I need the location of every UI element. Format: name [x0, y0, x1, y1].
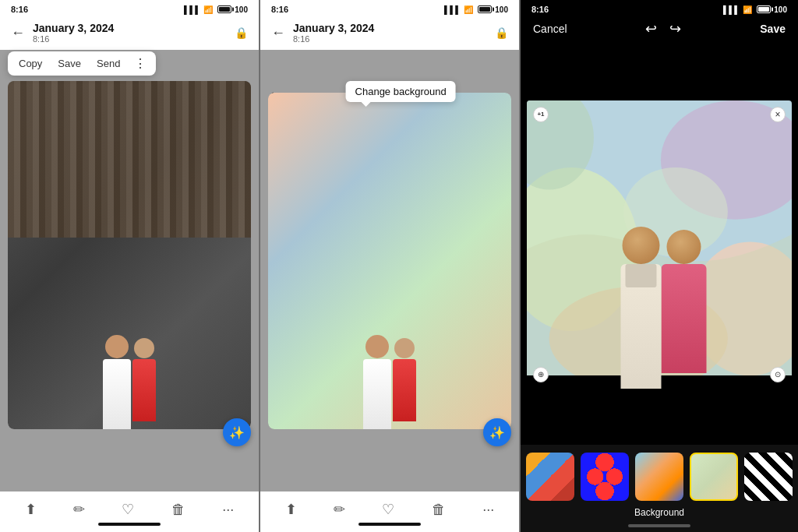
- cancel-button[interactable]: Cancel: [533, 23, 567, 35]
- back-arrow-1[interactable]: ←: [11, 25, 25, 41]
- bg-thumb-pattern[interactable]: [581, 453, 629, 501]
- redo-button[interactable]: ↪: [669, 20, 681, 37]
- undo-button[interactable]: ↩: [645, 20, 657, 37]
- heart-icon-2[interactable]: ♡: [382, 501, 394, 518]
- save-button[interactable]: Save: [760, 23, 786, 35]
- signal-icon-1: ▌▌▌: [184, 5, 200, 14]
- status-icons-1: ▌▌▌ 📶 100: [184, 5, 248, 14]
- colorful-bg-2: [268, 93, 511, 429]
- signal-icon-2: ▌▌▌: [444, 5, 461, 14]
- editor-wifi-icon: 📶: [743, 5, 752, 14]
- edit-icon-1[interactable]: ✏: [73, 501, 85, 518]
- photo-message-1: [8, 81, 251, 429]
- save-button-1[interactable]: Save: [53, 55, 86, 72]
- trash-icon-1[interactable]: 🗑: [171, 502, 185, 518]
- header-subtitle-2: 8:16: [293, 34, 487, 44]
- wifi-icon-2: 📶: [464, 5, 473, 14]
- heart-icon-1[interactable]: ♡: [122, 501, 134, 518]
- photo-message-2: [268, 93, 511, 429]
- move-icon: ⊕: [538, 370, 544, 379]
- background-selector: Background: [521, 445, 798, 532]
- handle-top-right[interactable]: ×: [770, 107, 786, 122]
- home-indicator-1: [98, 523, 161, 526]
- handle-bottom-left[interactable]: ⊕: [533, 367, 549, 382]
- header-title-1: January 3, 2024: [33, 22, 227, 34]
- message-area-1: Copy Save Send ⋮: [0, 50, 259, 491]
- edit-icon-2[interactable]: ✏: [334, 501, 345, 518]
- status-bar-1: 8:16 ▌▌▌ 📶 100: [0, 0, 259, 16]
- share-icon-2[interactable]: ⬆: [285, 501, 297, 518]
- send-button-1[interactable]: Send: [92, 55, 125, 72]
- bg-thumb-abstract[interactable]: [690, 453, 738, 501]
- editor-panel: 8:16 ▌▌▌ 📶 100 Cancel ↩ ↪ Save: [521, 0, 798, 532]
- close-icon: ×: [775, 109, 780, 120]
- header-info-1: January 3, 2024 8:16: [33, 22, 227, 44]
- canvas-frame: +1 × ⊕ ⊙: [527, 100, 792, 389]
- back-arrow-2[interactable]: ←: [271, 25, 285, 41]
- header-title-2: January 3, 2024: [293, 22, 487, 34]
- share-icon-1[interactable]: ⬆: [25, 501, 37, 518]
- editor-canvas: +1 × ⊕ ⊙: [521, 44, 798, 445]
- battery-icon-2: [478, 5, 492, 13]
- bg-thumbnails-row: [528, 453, 790, 501]
- undo-redo-group: ↩ ↪: [645, 20, 681, 37]
- editor-toolbar: Cancel ↩ ↪ Save: [521, 16, 798, 44]
- photo-bg-1: [8, 81, 251, 238]
- panel-1: 8:16 ▌▌▌ 📶 100 ← January 3, 2024 8:16 🔒 …: [0, 0, 260, 532]
- editor-status-bar: 8:16 ▌▌▌ 📶 100: [521, 0, 798, 16]
- app-header-2: ← January 3, 2024 8:16 🔒: [260, 16, 519, 50]
- bottom-actions-1: ⬆ ✏ ♡ 🗑 ···: [0, 498, 259, 523]
- context-menu-1: Copy Save Send ⋮: [8, 51, 156, 76]
- app-header-1: ← January 3, 2024 8:16 🔒: [0, 16, 259, 50]
- battery-label-1: 100: [235, 5, 248, 14]
- plus-badge: +1: [537, 111, 544, 118]
- status-time-2: 8:16: [271, 5, 288, 14]
- wifi-icon-1: 📶: [203, 5, 213, 14]
- message-area-2: Change background ←: [260, 50, 519, 491]
- editor-status-icons: ▌▌▌ 📶 100: [723, 5, 787, 14]
- more-icon-1[interactable]: ···: [222, 502, 234, 518]
- header-info-2: January 3, 2024 8:16: [293, 22, 487, 44]
- battery-icon-1: [217, 5, 231, 13]
- panel-2: 8:16 ▌▌▌ 📶 100 ← January 3, 2024 8:16 🔒 …: [260, 0, 520, 532]
- bg-thumb-landscape[interactable]: [635, 453, 683, 501]
- more-icon-2[interactable]: ···: [482, 502, 494, 518]
- editor-home-indicator: [628, 524, 690, 527]
- magic-edit-button-2[interactable]: ✨: [483, 418, 511, 446]
- bottom-actions-2: ⬆ ✏ ♡ 🗑 ···: [260, 498, 519, 523]
- photo-placeholder-1: [8, 81, 251, 429]
- lock-icon-1: 🔒: [235, 26, 248, 39]
- lock-icon-2: 🔒: [495, 26, 508, 39]
- header-subtitle-1: 8:16: [33, 34, 227, 44]
- editor-status-time: 8:16: [531, 5, 549, 14]
- editor-battery-label: 100: [774, 5, 787, 14]
- status-bar-2: 8:16 ▌▌▌ 📶 100: [260, 0, 519, 16]
- trash-icon-2[interactable]: 🗑: [432, 502, 446, 518]
- magic-edit-button-1[interactable]: ✨: [223, 418, 251, 446]
- bg-thumb-stripes[interactable]: [744, 453, 793, 501]
- editor-signal-icon: ▌▌▌: [723, 5, 740, 14]
- background-label: Background: [528, 507, 790, 521]
- handle-top-left[interactable]: +1: [533, 107, 549, 122]
- battery-label-2: 100: [495, 5, 508, 14]
- copy-button-1[interactable]: Copy: [14, 55, 47, 72]
- bg-thumb-gradient[interactable]: [526, 453, 574, 501]
- change-background-tooltip: Change background: [346, 81, 456, 102]
- more-button-1[interactable]: ⋮: [131, 55, 150, 72]
- resize-icon: ⊙: [775, 370, 781, 379]
- bottom-bar-2: ⬆ ✏ ♡ 🗑 ···: [260, 491, 519, 532]
- editor-battery-icon: [757, 5, 771, 13]
- status-time-1: 8:16: [11, 5, 28, 14]
- home-indicator-2: [358, 523, 421, 526]
- bottom-bar-1: ⬆ ✏ ♡ 🗑 ···: [0, 491, 259, 532]
- status-icons-2: ▌▌▌ 📶 100: [444, 5, 508, 14]
- handle-bottom-right[interactable]: ⊙: [770, 367, 786, 382]
